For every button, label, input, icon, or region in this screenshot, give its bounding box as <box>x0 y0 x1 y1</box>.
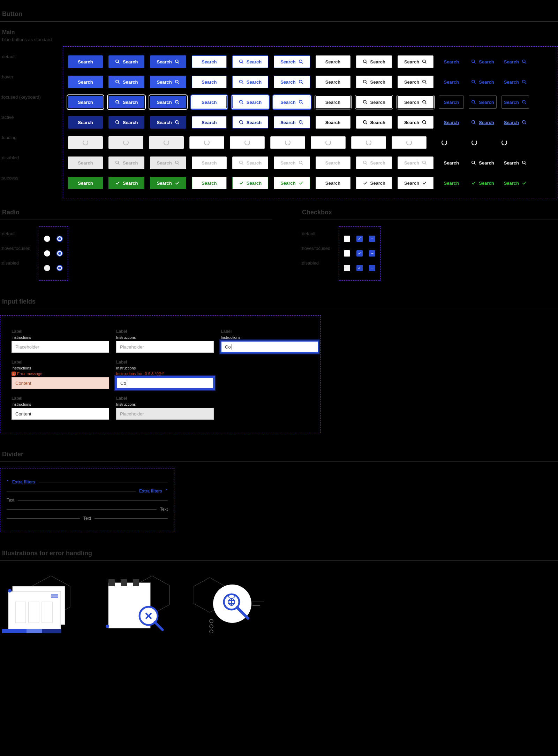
radio-checked[interactable] <box>56 250 63 257</box>
checkbox-checked[interactable]: ✓ <box>356 265 363 271</box>
search-button[interactable]: Search <box>68 177 103 189</box>
search-button[interactable]: Search <box>150 156 186 169</box>
search-button[interactable]: Search <box>68 76 103 88</box>
search-button[interactable]: Search <box>316 116 350 129</box>
search-button[interactable]: Search <box>469 156 496 169</box>
search-button[interactable]: Search <box>469 177 496 189</box>
text-input[interactable]: Content <box>12 377 109 389</box>
search-button[interactable]: Search <box>232 55 268 68</box>
search-button[interactable]: Search <box>316 55 350 68</box>
search-button[interactable]: Search <box>356 96 392 108</box>
divider-expand-left[interactable]: ˅ Extra filters <box>7 480 168 484</box>
search-button[interactable]: Search <box>356 156 392 169</box>
search-button[interactable]: Search <box>232 116 268 129</box>
search-button[interactable]: Search <box>108 55 144 68</box>
search-button[interactable]: Search <box>150 96 186 108</box>
search-button[interactable]: Search <box>439 76 463 88</box>
search-button[interactable]: Search <box>439 156 463 169</box>
search-button[interactable] <box>392 136 427 149</box>
search-button[interactable]: Search <box>316 96 350 108</box>
search-button[interactable]: Search <box>469 55 496 68</box>
search-button[interactable]: Search <box>108 156 144 169</box>
text-input[interactable]: Placeholder <box>12 341 109 353</box>
search-button[interactable]: Search <box>274 76 310 88</box>
search-button[interactable] <box>351 136 386 149</box>
search-button[interactable] <box>432 136 457 149</box>
search-button[interactable]: Search <box>439 55 463 68</box>
search-button[interactable]: Search <box>439 177 463 189</box>
search-button[interactable] <box>492 136 516 149</box>
search-button[interactable]: Search <box>192 156 227 169</box>
search-button[interactable]: Search <box>108 116 144 129</box>
search-button[interactable] <box>108 136 143 149</box>
search-button[interactable]: Search <box>150 116 186 129</box>
search-button[interactable]: Search <box>192 177 227 189</box>
search-button[interactable]: Search <box>398 156 433 169</box>
search-button[interactable]: Search <box>439 116 463 129</box>
checkbox-indeterminate[interactable]: − <box>369 250 375 257</box>
text-input[interactable]: Placeholder <box>116 408 214 420</box>
search-button[interactable]: Search <box>232 156 268 169</box>
radio-unchecked[interactable] <box>44 265 50 271</box>
search-button[interactable]: Search <box>502 177 529 189</box>
search-button[interactable]: Search <box>316 177 350 189</box>
search-button[interactable] <box>68 136 103 149</box>
search-button[interactable]: Search <box>356 177 392 189</box>
search-button[interactable] <box>189 136 224 149</box>
search-button[interactable]: Search <box>274 156 310 169</box>
search-button[interactable]: Search <box>439 96 463 108</box>
search-button[interactable]: Search <box>192 116 227 129</box>
checkbox-checked[interactable]: ✓ <box>356 250 363 257</box>
checkbox-unchecked[interactable] <box>344 265 350 271</box>
text-input[interactable]: Co <box>221 341 318 353</box>
search-button[interactable]: Search <box>192 76 227 88</box>
search-button[interactable]: Search <box>398 76 433 88</box>
search-button[interactable]: Search <box>232 177 268 189</box>
search-button[interactable]: Search <box>316 156 350 169</box>
search-button[interactable]: Search <box>274 55 310 68</box>
text-input[interactable]: Placeholder <box>116 341 214 353</box>
search-button[interactable]: Search <box>108 96 144 108</box>
search-button[interactable]: Search <box>108 177 144 189</box>
radio-checked[interactable] <box>56 236 63 242</box>
checkbox-indeterminate[interactable]: − <box>369 265 375 271</box>
search-button[interactable]: Search <box>68 116 103 129</box>
search-button[interactable] <box>149 136 184 149</box>
search-button[interactable]: Search <box>398 96 433 108</box>
search-button[interactable]: Search <box>274 96 310 108</box>
search-button[interactable]: Search <box>469 96 496 108</box>
search-button[interactable] <box>462 136 487 149</box>
search-button[interactable]: Search <box>356 116 392 129</box>
checkbox-unchecked[interactable] <box>344 250 350 257</box>
radio-unchecked[interactable] <box>44 236 50 242</box>
text-input[interactable]: Co <box>116 377 214 389</box>
search-button[interactable]: Search <box>502 156 529 169</box>
search-button[interactable]: Search <box>150 55 186 68</box>
search-button[interactable]: Search <box>232 76 268 88</box>
search-button[interactable]: Search <box>232 96 268 108</box>
search-button[interactable]: Search <box>502 55 529 68</box>
search-button[interactable]: Search <box>150 177 186 189</box>
search-button[interactable]: Search <box>274 116 310 129</box>
search-button[interactable]: Search <box>192 55 227 68</box>
search-button[interactable]: Search <box>398 116 433 129</box>
search-button[interactable]: Search <box>108 76 144 88</box>
search-button[interactable]: Search <box>68 55 103 68</box>
search-button[interactable] <box>270 136 305 149</box>
divider-expand-right[interactable]: Extra filters ˅ <box>7 489 168 494</box>
search-button[interactable]: Search <box>68 96 103 108</box>
checkbox-indeterminate[interactable]: − <box>369 236 375 242</box>
search-button[interactable] <box>311 136 346 149</box>
search-button[interactable] <box>230 136 265 149</box>
search-button[interactable]: Search <box>502 76 529 88</box>
text-input[interactable]: Content <box>12 408 109 420</box>
search-button[interactable]: Search <box>502 116 529 129</box>
search-button[interactable]: Search <box>316 76 350 88</box>
checkbox-checked[interactable]: ✓ <box>356 236 363 242</box>
checkbox-unchecked[interactable] <box>344 236 350 242</box>
search-button[interactable]: Search <box>469 76 496 88</box>
radio-unchecked[interactable] <box>44 250 50 257</box>
search-button[interactable]: Search <box>469 116 496 129</box>
search-button[interactable]: Search <box>192 96 227 108</box>
search-button[interactable]: Search <box>356 55 392 68</box>
